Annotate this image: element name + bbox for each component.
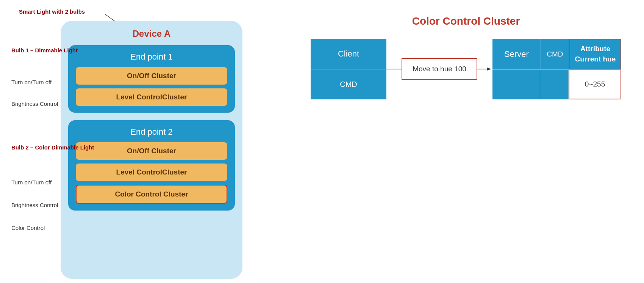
device-a-title: Device A [68,28,235,39]
endpoint1-title: End point 1 [76,52,227,62]
endpoint1-box: End point 1 On/Off Cluster Level Control… [68,45,235,113]
onoff-cluster-2: On/Off Cluster [76,142,227,160]
bulb2-label: Bulb 2 – Color Dimmable Light [11,144,94,151]
server-box: Server CMD Attribute Current hue 0~255 [492,39,621,99]
color-control-label: Color Control [11,225,45,231]
client-label: Client [311,39,386,69]
server-cmd-top: CMD [541,39,569,69]
middle-area: Move to hue 100 [386,39,492,99]
client-cmd-label: CMD [311,69,386,100]
endpoint2-box: End point 2 On/Off Cluster Level Control… [68,120,235,211]
level-cluster-1: Level ControlCluster [76,88,227,106]
right-section: Color Control Cluster Client CMD [299,8,633,275]
color-control-cluster: Color Control Cluster [76,185,227,204]
level-cluster-2: Level ControlCluster [76,164,227,181]
onoff-cluster-1: On/Off Cluster [76,67,227,85]
color-control-cluster-title: Color Control Cluster [412,15,520,27]
endpoint2-title: End point 2 [76,127,227,137]
turn-on-off-1-label: Turn on/Turn off [11,79,52,85]
move-to-hue-box: Move to hue 100 [402,58,477,80]
left-section: Smart Light with 2 bulbs Device A End po… [11,8,269,275]
brightness-control-2-label: Brightness Control [11,202,58,208]
brightness-control-1-label: Brightness Control [11,101,58,107]
smart-light-label: Smart Light with 2 bulbs [19,8,85,15]
server-bottom-left [492,70,540,99]
attribute-value-cell: 0~255 [569,70,621,99]
server-title: Server [492,39,541,69]
server-cmd-bottom [540,70,569,99]
bulb1-label: Bulb 1 – Dimmable Light [11,47,78,53]
main-container: Smart Light with 2 bulbs Device A End po… [0,0,644,283]
attribute-cell: Attribute Current hue [569,39,621,69]
turn-on-off-2-label: Turn on/Turn off [11,179,52,186]
client-box: Client CMD [311,39,386,99]
